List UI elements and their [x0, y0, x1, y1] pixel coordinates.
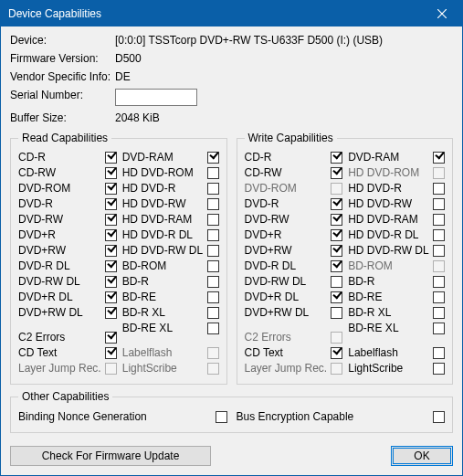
write-cap-checkbox[interactable] — [433, 152, 445, 164]
read-cap-label: HD DVD-ROM — [122, 165, 204, 181]
device-label: Device: — [10, 34, 115, 47]
write-cap-checkbox[interactable] — [331, 347, 342, 359]
write-cap-label: HD DVD-RAM — [348, 212, 429, 227]
binding-nonce-label: Binding Nonce Generation — [18, 410, 147, 423]
read-cap-checkbox[interactable] — [207, 229, 219, 241]
write-cap-checkbox[interactable] — [331, 167, 342, 179]
read-cap-label: LightScribe — [122, 361, 204, 376]
read-cap-checkbox[interactable] — [105, 152, 117, 164]
check-firmware-button[interactable]: Check For Firmware Update — [10, 446, 211, 466]
write-cap-row: DVD-RAM — [348, 150, 445, 165]
write-cap-label: HD DVD-RW DL — [348, 243, 429, 259]
write-cap-checkbox[interactable] — [433, 347, 445, 359]
read-cap-row: HD DVD-R — [122, 181, 219, 196]
read-cap-checkbox[interactable] — [207, 276, 219, 288]
write-cap-checkbox[interactable] — [433, 214, 445, 226]
read-cap-checkbox[interactable] — [105, 183, 117, 195]
write-cap-checkbox[interactable] — [433, 276, 445, 288]
read-cap-row: HD DVD-R DL — [122, 227, 219, 243]
write-cap-label: DVD+RW — [245, 243, 328, 259]
write-cap-checkbox[interactable] — [433, 363, 445, 375]
read-cap-checkbox[interactable] — [105, 347, 117, 359]
write-cap-row: BD-R XL — [348, 305, 445, 321]
write-cap-checkbox[interactable] — [331, 214, 342, 226]
read-cap-checkbox[interactable] — [207, 167, 219, 179]
write-cap-checkbox[interactable] — [331, 229, 342, 241]
read-cap-checkbox[interactable] — [207, 323, 219, 334]
read-cap-checkbox[interactable] — [105, 214, 117, 226]
close-button[interactable] — [422, 1, 462, 26]
read-cap-checkbox[interactable] — [105, 198, 117, 210]
read-cap-checkbox[interactable] — [105, 229, 117, 241]
read-cap-checkbox[interactable] — [207, 152, 219, 164]
read-cap-checkbox[interactable] — [207, 260, 219, 272]
read-cap-checkbox[interactable] — [105, 260, 117, 272]
read-cap-row: Layer Jump Rec. — [18, 361, 117, 376]
read-cap-label: BD-RE XL — [122, 321, 204, 336]
read-cap-checkbox[interactable] — [105, 245, 117, 257]
read-cap-row: DVD+R DL — [18, 290, 117, 305]
read-cap-checkbox[interactable] — [207, 198, 219, 210]
read-cap-checkbox[interactable] — [207, 307, 219, 319]
write-cap-checkbox[interactable] — [331, 152, 342, 164]
write-cap-row: HD DVD-RW — [348, 196, 445, 212]
bus-encryption-checkbox[interactable] — [433, 411, 445, 423]
write-cap-checkbox[interactable] — [433, 307, 445, 319]
write-cap-checkbox[interactable] — [433, 291, 445, 303]
ok-button[interactable]: OK — [391, 446, 453, 466]
write-cap-row: C2 Errors — [245, 330, 343, 345]
write-cap-label: DVD+RW DL — [245, 305, 328, 321]
read-cap-checkbox[interactable] — [105, 307, 117, 319]
binding-nonce-checkbox[interactable] — [216, 411, 227, 423]
write-cap-row: CD-R — [245, 150, 343, 165]
vendor-value: DE — [115, 70, 453, 83]
write-cap-label: HD DVD-R DL — [348, 227, 429, 243]
write-cap-checkbox[interactable] — [433, 245, 445, 257]
read-cap-label: DVD-RW — [18, 212, 101, 227]
capabilities-row: Read Capabilities CD-RCD-RWDVD-ROMDVD-RD… — [10, 132, 453, 385]
write-cap-row: Layer Jump Rec. — [245, 361, 343, 376]
read-capabilities-group: Read Capabilities CD-RCD-RWDVD-ROMDVD-RD… — [10, 132, 227, 385]
write-cap-label: DVD-R — [245, 196, 328, 212]
serial-input[interactable] — [115, 89, 197, 106]
write-cap-checkbox[interactable] — [331, 198, 342, 210]
read-cap-checkbox[interactable] — [105, 167, 117, 179]
write-cap-checkbox[interactable] — [331, 260, 342, 272]
read-cap-label: DVD+RW — [18, 243, 101, 259]
read-cap-checkbox[interactable] — [207, 214, 219, 226]
write-col2: DVD-RAMHD DVD-ROMHD DVD-RHD DVD-RWHD DVD… — [348, 150, 445, 376]
write-cap-checkbox[interactable] — [331, 307, 342, 319]
device-info: Device: [0:0:0] TSSTcorp DVD+-RW TS-U633… — [10, 34, 453, 124]
read-cap-label: CD-RW — [18, 165, 101, 181]
read-cap-label: CD-R — [18, 150, 101, 165]
write-cap-label: CD-RW — [245, 165, 328, 181]
read-cap-checkbox[interactable] — [105, 276, 117, 288]
read-cap-row: BD-RE XL — [122, 321, 219, 336]
read-col2: DVD-RAMHD DVD-ROMHD DVD-RHD DVD-RWHD DVD… — [122, 150, 219, 376]
read-cap-checkbox[interactable] — [207, 245, 219, 257]
read-cap-checkbox[interactable] — [105, 291, 117, 303]
read-cap-checkbox[interactable] — [105, 332, 117, 344]
binding-nonce-item: Binding Nonce Generation — [18, 408, 227, 425]
read-cap-row: DVD-RW DL — [18, 274, 117, 290]
buffer-label: Buffer Size: — [10, 111, 115, 124]
read-cap-row: DVD-R DL — [18, 259, 117, 274]
read-cap-row: DVD+RW DL — [18, 305, 117, 321]
write-cap-checkbox[interactable] — [433, 183, 445, 195]
read-cap-checkbox[interactable] — [207, 291, 219, 303]
write-cap-label: CD-R — [245, 150, 328, 165]
write-cap-checkbox[interactable] — [331, 276, 342, 288]
write-cap-checkbox — [433, 260, 445, 272]
read-cap-checkbox[interactable] — [207, 183, 219, 195]
write-cap-checkbox[interactable] — [433, 323, 445, 334]
write-cap-checkbox[interactable] — [331, 245, 342, 257]
write-cap-label: DVD-RAM — [348, 150, 429, 165]
write-cap-row: DVD+R DL — [245, 290, 343, 305]
write-cap-checkbox[interactable] — [331, 291, 342, 303]
write-cap-label: Layer Jump Rec. — [245, 361, 328, 376]
write-cap-row: DVD-R DL — [245, 259, 343, 274]
write-cap-row: DVD+RW — [245, 243, 343, 259]
write-cap-checkbox[interactable] — [433, 229, 445, 241]
write-cap-label: LightScribe — [348, 361, 429, 376]
write-cap-checkbox[interactable] — [433, 198, 445, 210]
